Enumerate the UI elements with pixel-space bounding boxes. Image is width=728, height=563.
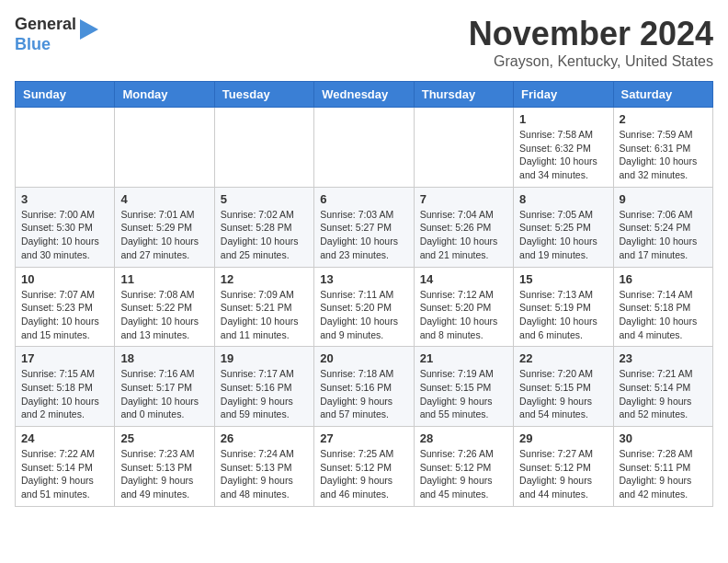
calendar-cell: 12Sunrise: 7:09 AMSunset: 5:21 PMDayligh…: [214, 267, 313, 347]
day-info: Sunrise: 7:18 AMSunset: 5:16 PMDaylight:…: [320, 367, 407, 421]
calendar-cell: 14Sunrise: 7:12 AMSunset: 5:20 PMDayligh…: [414, 267, 513, 347]
day-number: 24: [21, 431, 108, 445]
day-info: Sunrise: 7:11 AMSunset: 5:20 PMDaylight:…: [320, 288, 407, 342]
day-number: 15: [519, 272, 607, 286]
calendar-cell: 20Sunrise: 7:18 AMSunset: 5:16 PMDayligh…: [314, 347, 414, 427]
logo-arrow-icon: [80, 19, 98, 40]
day-header-sunday: Sunday: [16, 82, 115, 108]
calendar-cell: 18Sunrise: 7:16 AMSunset: 5:17 PMDayligh…: [115, 347, 214, 427]
calendar-cell: 15Sunrise: 7:13 AMSunset: 5:19 PMDayligh…: [514, 267, 613, 347]
calendar-cell: 4Sunrise: 7:01 AMSunset: 5:29 PMDaylight…: [115, 187, 214, 267]
day-info: Sunrise: 7:20 AMSunset: 5:15 PMDaylight:…: [519, 367, 607, 421]
calendar-cell: 7Sunrise: 7:04 AMSunset: 5:26 PMDaylight…: [414, 187, 513, 267]
calendar-cell: 19Sunrise: 7:17 AMSunset: 5:16 PMDayligh…: [214, 347, 313, 427]
month-title: November 2024: [469, 15, 713, 53]
calendar-cell: [214, 108, 313, 188]
day-number: 30: [620, 431, 707, 445]
day-number: 27: [320, 431, 407, 445]
logo: General Blue: [15, 15, 98, 54]
day-info: Sunrise: 7:24 AMSunset: 5:13 PMDaylight:…: [221, 447, 308, 501]
calendar-cell: 2Sunrise: 7:59 AMSunset: 6:31 PMDaylight…: [613, 108, 712, 188]
day-number: 22: [519, 351, 607, 365]
calendar-cell: 5Sunrise: 7:02 AMSunset: 5:28 PMDaylight…: [214, 187, 313, 267]
calendar-cell: 23Sunrise: 7:21 AMSunset: 5:14 PMDayligh…: [613, 347, 712, 427]
day-number: 17: [21, 351, 108, 365]
day-info: Sunrise: 7:05 AMSunset: 5:25 PMDaylight:…: [519, 208, 607, 262]
day-info: Sunrise: 7:13 AMSunset: 5:19 PMDaylight:…: [519, 288, 607, 342]
calendar-cell: 30Sunrise: 7:28 AMSunset: 5:11 PMDayligh…: [613, 427, 712, 507]
day-info: Sunrise: 7:19 AMSunset: 5:15 PMDaylight:…: [420, 367, 507, 421]
calendar-week-3: 10Sunrise: 7:07 AMSunset: 5:23 PMDayligh…: [16, 267, 713, 347]
calendar-table: SundayMondayTuesdayWednesdayThursdayFrid…: [15, 81, 713, 507]
day-info: Sunrise: 7:08 AMSunset: 5:22 PMDaylight:…: [120, 288, 208, 342]
calendar-cell: 22Sunrise: 7:20 AMSunset: 5:15 PMDayligh…: [514, 347, 613, 427]
day-info: Sunrise: 7:06 AMSunset: 5:24 PMDaylight:…: [620, 208, 707, 262]
day-header-saturday: Saturday: [613, 82, 712, 108]
day-header-monday: Monday: [115, 82, 214, 108]
day-info: Sunrise: 7:09 AMSunset: 5:21 PMDaylight:…: [221, 288, 308, 342]
day-info: Sunrise: 7:16 AMSunset: 5:17 PMDaylight:…: [120, 367, 208, 421]
day-info: Sunrise: 7:27 AMSunset: 5:12 PMDaylight:…: [519, 447, 607, 501]
day-number: 20: [320, 351, 407, 365]
day-info: Sunrise: 7:25 AMSunset: 5:12 PMDaylight:…: [320, 447, 407, 501]
day-info: Sunrise: 7:23 AMSunset: 5:13 PMDaylight:…: [120, 447, 208, 501]
day-info: Sunrise: 7:28 AMSunset: 5:11 PMDaylight:…: [620, 447, 707, 501]
header: General Blue November 2024 Grayson, Kent…: [15, 15, 713, 70]
calendar-cell: 28Sunrise: 7:26 AMSunset: 5:12 PMDayligh…: [414, 427, 513, 507]
day-number: 12: [221, 272, 308, 286]
day-header-tuesday: Tuesday: [214, 82, 313, 108]
day-info: Sunrise: 7:07 AMSunset: 5:23 PMDaylight:…: [21, 288, 108, 342]
day-number: 25: [120, 431, 208, 445]
day-info: Sunrise: 7:15 AMSunset: 5:18 PMDaylight:…: [21, 367, 108, 421]
calendar-cell: [314, 108, 414, 188]
logo-blue: Blue: [15, 35, 76, 55]
calendar-week-2: 3Sunrise: 7:00 AMSunset: 5:30 PMDaylight…: [16, 187, 713, 267]
day-number: 18: [120, 351, 208, 365]
calendar-week-5: 24Sunrise: 7:22 AMSunset: 5:14 PMDayligh…: [16, 427, 713, 507]
calendar-week-1: 1Sunrise: 7:58 AMSunset: 6:32 PMDaylight…: [16, 108, 713, 188]
calendar-cell: [414, 108, 513, 188]
calendar-cell: 24Sunrise: 7:22 AMSunset: 5:14 PMDayligh…: [16, 427, 115, 507]
day-info: Sunrise: 7:59 AMSunset: 6:31 PMDaylight:…: [620, 128, 707, 182]
day-number: 28: [420, 431, 507, 445]
calendar-cell: 6Sunrise: 7:03 AMSunset: 5:27 PMDaylight…: [314, 187, 414, 267]
day-info: Sunrise: 7:14 AMSunset: 5:18 PMDaylight:…: [620, 288, 707, 342]
calendar-cell: 17Sunrise: 7:15 AMSunset: 5:18 PMDayligh…: [16, 347, 115, 427]
day-number: 7: [420, 192, 507, 206]
day-number: 13: [320, 272, 407, 286]
day-header-friday: Friday: [514, 82, 613, 108]
calendar-cell: 1Sunrise: 7:58 AMSunset: 6:32 PMDaylight…: [514, 108, 613, 188]
day-info: Sunrise: 7:12 AMSunset: 5:20 PMDaylight:…: [420, 288, 507, 342]
day-number: 9: [620, 192, 707, 206]
calendar-cell: 21Sunrise: 7:19 AMSunset: 5:15 PMDayligh…: [414, 347, 513, 427]
day-number: 16: [620, 272, 707, 286]
day-number: 19: [221, 351, 308, 365]
calendar-cell: 11Sunrise: 7:08 AMSunset: 5:22 PMDayligh…: [115, 267, 214, 347]
day-number: 1: [519, 112, 607, 126]
day-info: Sunrise: 7:01 AMSunset: 5:29 PMDaylight:…: [120, 208, 208, 262]
title-section: November 2024 Grayson, Kentucky, United …: [469, 15, 713, 70]
day-info: Sunrise: 7:58 AMSunset: 6:32 PMDaylight:…: [519, 128, 607, 182]
day-number: 3: [21, 192, 108, 206]
day-number: 10: [21, 272, 108, 286]
calendar-cell: 29Sunrise: 7:27 AMSunset: 5:12 PMDayligh…: [514, 427, 613, 507]
day-info: Sunrise: 7:03 AMSunset: 5:27 PMDaylight:…: [320, 208, 407, 262]
calendar-cell: 27Sunrise: 7:25 AMSunset: 5:12 PMDayligh…: [314, 427, 414, 507]
day-info: Sunrise: 7:02 AMSunset: 5:28 PMDaylight:…: [221, 208, 308, 262]
day-info: Sunrise: 7:00 AMSunset: 5:30 PMDaylight:…: [21, 208, 108, 262]
day-info: Sunrise: 7:21 AMSunset: 5:14 PMDaylight:…: [620, 367, 707, 421]
location: Grayson, Kentucky, United States: [469, 53, 713, 70]
calendar-cell: 13Sunrise: 7:11 AMSunset: 5:20 PMDayligh…: [314, 267, 414, 347]
day-number: 29: [519, 431, 607, 445]
day-number: 2: [620, 112, 707, 126]
calendar-cell: 16Sunrise: 7:14 AMSunset: 5:18 PMDayligh…: [613, 267, 712, 347]
calendar-cell: 10Sunrise: 7:07 AMSunset: 5:23 PMDayligh…: [16, 267, 115, 347]
calendar-cell: 3Sunrise: 7:00 AMSunset: 5:30 PMDaylight…: [16, 187, 115, 267]
calendar-cell: 26Sunrise: 7:24 AMSunset: 5:13 PMDayligh…: [214, 427, 313, 507]
day-number: 11: [120, 272, 208, 286]
day-number: 8: [519, 192, 607, 206]
day-number: 21: [420, 351, 507, 365]
day-number: 14: [420, 272, 507, 286]
calendar-cell: [115, 108, 214, 188]
calendar-cell: 9Sunrise: 7:06 AMSunset: 5:24 PMDaylight…: [613, 187, 712, 267]
